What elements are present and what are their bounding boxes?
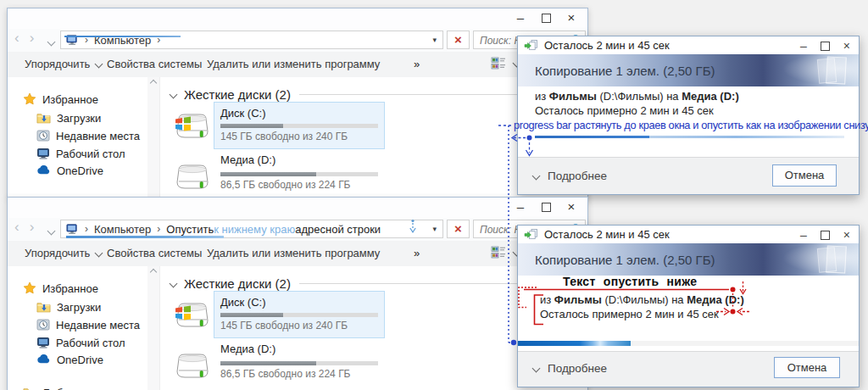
- window-controls: – ×: [508, 9, 584, 26]
- cancel-button[interactable]: Отмена: [774, 357, 840, 378]
- chevron-down-icon: [170, 279, 178, 287]
- copy-progress-bar: [518, 341, 859, 346]
- sidebar-item-favorites[interactable]: Избранное: [23, 280, 98, 297]
- sidebar-item-recent-places[interactable]: Недавние места: [36, 127, 140, 144]
- dialog-header-banner: Копирование 1 элем. (2,50 ГБ): [518, 243, 859, 276]
- sidebar-item-desktop[interactable]: Рабочий стол: [36, 334, 125, 351]
- scroll-up-icon[interactable]: [150, 80, 157, 86]
- drive-name[interactable]: Медиа (D:): [220, 343, 275, 355]
- cancel-button[interactable]: Отмена: [772, 164, 837, 187]
- toolbar-uninstall-program[interactable]: Удалить или изменить программу: [207, 58, 380, 70]
- view-switcher-icon[interactable]: [491, 246, 506, 259]
- sidebar-item-downloads[interactable]: Загрузки: [36, 298, 101, 315]
- title-bar[interactable]: – ×: [8, 8, 587, 29]
- dialog-header-text: Копирование 1 элем. (2,50 ГБ): [535, 253, 715, 267]
- hdd-windows-icon[interactable]: [172, 297, 213, 332]
- sidebar-scrollbar[interactable]: [147, 77, 160, 198]
- command-toolbar: Упорядочить Свойства системы Удалить или…: [8, 52, 587, 78]
- onedrive-cloud-icon: [36, 354, 51, 365]
- chevron-down-icon: [170, 90, 178, 98]
- toolbar-system-properties[interactable]: Свойства системы: [107, 247, 202, 259]
- toolbar-uninstall-program[interactable]: Удалить или изменить программу: [207, 247, 380, 259]
- close-button[interactable]: ×: [559, 9, 584, 26]
- address-bar: ‹› › Компьютер › ▾ ×: [8, 29, 587, 52]
- nav-buttons: ‹›: [14, 219, 44, 236]
- copy-source-destination: из Фильмы (D:\Фильмы) на Медиа (D:)Остал…: [540, 292, 744, 321]
- explorer-window-top: – × ‹› › Компьютер › ▾ × Упорядочить Сво…: [7, 8, 588, 198]
- drive-caption: 86,5 ГБ свободно из 224 ГБ: [220, 179, 351, 191]
- breadcrumb-root[interactable]: Компьютер: [94, 223, 151, 236]
- back-button[interactable]: ‹: [14, 30, 30, 46]
- maximize-button[interactable]: [533, 9, 559, 26]
- chevron-down-icon: [95, 60, 103, 69]
- dialog-header-text: Копирование 1 элем. (2,50 ГБ): [535, 64, 715, 78]
- drive-caption: 145 ГБ свободно из 240 ГБ: [220, 131, 348, 142]
- copy-dialog-top: Осталось 2 мин и 45 сек – × Копирование …: [517, 36, 860, 195]
- toolbar-organize[interactable]: Упорядочить: [25, 58, 102, 70]
- scroll-up-icon[interactable]: [150, 269, 157, 276]
- close-button[interactable]: ×: [843, 38, 850, 53]
- close-button[interactable]: ×: [559, 198, 584, 215]
- toolbar-system-properties[interactable]: Свойства системы: [107, 58, 202, 70]
- address-annotation-3: адресной строки: [295, 223, 381, 236]
- maximize-button[interactable]: [821, 226, 830, 243]
- dialog-title-bar[interactable]: Осталось 2 мин и 45 сек – ×: [518, 36, 859, 54]
- back-button[interactable]: ‹: [14, 219, 30, 235]
- sidebar-item-recent-places[interactable]: Недавние места: [36, 316, 140, 333]
- section-header[interactable]: Жесткие диски (2): [170, 86, 556, 103]
- minimize-button[interactable]: –: [800, 38, 807, 53]
- sidebar-item-downloads[interactable]: Загрузки: [36, 109, 101, 126]
- stop-button[interactable]: ×: [447, 31, 470, 49]
- minimize-button[interactable]: –: [508, 198, 533, 215]
- toolbar-overflow-button[interactable]: »: [414, 247, 420, 259]
- drive-name[interactable]: Диск (C:): [220, 296, 266, 309]
- title-bar[interactable]: – ×: [8, 198, 587, 218]
- drive-name[interactable]: Диск (C:): [220, 107, 266, 120]
- window-controls: – ×: [508, 198, 584, 215]
- drive-caption: 145 ГБ свободно из 240 ГБ: [220, 320, 348, 332]
- view-switcher-icon[interactable]: [491, 57, 506, 70]
- sidebar-item-desktop[interactable]: Рабочий стол: [36, 145, 125, 162]
- dialog-title: Осталось 2 мин и 45 сек: [544, 39, 670, 52]
- sidebar-scrollbar[interactable]: [147, 266, 160, 390]
- annotation-red-note: Текст опустить ниже: [563, 275, 697, 288]
- details-toggle[interactable]: Подробнее: [533, 170, 607, 182]
- maximize-button[interactable]: [821, 37, 830, 54]
- sidebar-item-onedrive[interactable]: OneDrive: [36, 162, 103, 179]
- hdd-icon[interactable]: [172, 159, 213, 194]
- dialog-title-bar[interactable]: Осталось 2 мин и 45 сек – ×: [518, 226, 859, 243]
- sidebar: Избранное Загрузки Недавние места Рабочи…: [8, 266, 147, 390]
- time-remaining: Осталось примерно 2 мин и 45 сек: [540, 308, 719, 320]
- forward-button[interactable]: ›: [30, 30, 45, 46]
- forward-button[interactable]: ›: [30, 219, 45, 235]
- drive-name[interactable]: Медиа (D:): [220, 153, 275, 166]
- hdd-windows-icon[interactable]: [172, 108, 213, 143]
- section-header[interactable]: Жесткие диски (2): [170, 275, 556, 292]
- minimize-button[interactable]: –: [800, 227, 807, 242]
- hdd-icon[interactable]: [172, 348, 213, 383]
- sidebar: Избранное Загрузки Недавние места Рабочи…: [8, 77, 147, 198]
- stop-button[interactable]: ×: [447, 220, 470, 238]
- sidebar-item-libraries[interactable]: Библиотеки: [23, 384, 103, 390]
- drive-capacity-bar: [220, 172, 378, 176]
- sidebar-item-favorites[interactable]: Избранное: [23, 91, 98, 108]
- maximize-button[interactable]: [533, 198, 559, 215]
- desktop-icon: [36, 147, 50, 160]
- minimize-button[interactable]: –: [508, 9, 533, 26]
- nav-history-chevron-icon[interactable]: [47, 38, 56, 47]
- sidebar-item-onedrive[interactable]: OneDrive: [36, 351, 103, 368]
- address-dropdown-icon[interactable]: ▾: [432, 36, 437, 44]
- address-dropdown-icon[interactable]: ▾: [432, 225, 437, 233]
- details-toggle[interactable]: Подробнее: [533, 362, 607, 375]
- close-button[interactable]: ×: [843, 227, 850, 242]
- drive-caption: 86,5 ГБ свободно из 224 ГБ: [220, 368, 351, 380]
- toolbar-organize[interactable]: Упорядочить: [25, 247, 102, 259]
- address-progress-line: [66, 236, 224, 238]
- breadcrumb[interactable]: › Компьютер › ▾: [60, 31, 443, 49]
- maximize-icon: [821, 42, 830, 51]
- nav-buttons: ‹›: [14, 30, 44, 47]
- computer-icon: [65, 223, 79, 235]
- toolbar-overflow-button[interactable]: »: [414, 58, 420, 70]
- nav-history-chevron-icon[interactable]: [47, 227, 56, 236]
- desktop-icon: [36, 336, 50, 349]
